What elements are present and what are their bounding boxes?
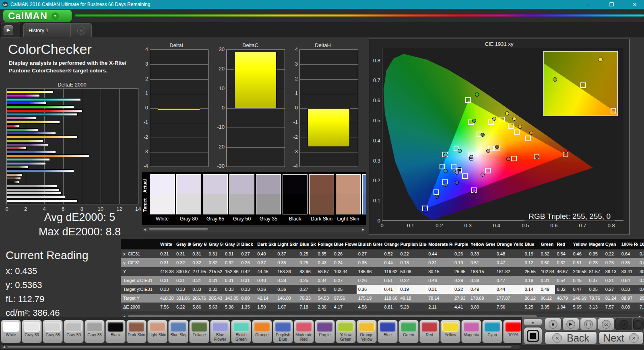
deltae-bar xyxy=(7,200,78,202)
workflow-expand-button[interactable]: ▶ xyxy=(1,23,20,37)
patch-button-gray-35[interactable]: Gray 35 xyxy=(85,320,105,343)
table-cell: 0.32 xyxy=(555,260,571,265)
logo-menu-chevron-down-icon[interactable]: ▼ xyxy=(52,12,59,20)
deltae-bar xyxy=(7,181,19,183)
table-cell: 4.41 xyxy=(453,305,469,309)
table-cell: 49.18 xyxy=(398,296,427,301)
scroll-left-icon[interactable]: ◀ xyxy=(142,227,147,231)
table-cell: 26.12 xyxy=(523,296,539,301)
stop-button[interactable]: ■ xyxy=(545,318,561,330)
patch-button-yellow-green[interactable]: Yellow Green xyxy=(336,320,356,343)
calman-logo[interactable]: CalMAN ▼ xyxy=(3,10,72,22)
patch-button-purplish-blue[interactable]: Purplish Blue xyxy=(273,320,293,343)
table-cell: 146.00 xyxy=(276,296,298,301)
gridline xyxy=(300,152,358,152)
minimize-icon[interactable]: – xyxy=(582,2,594,8)
patch-button-moderate-red[interactable]: Moderate Red xyxy=(294,320,314,343)
actual-color xyxy=(363,175,366,194)
delta-y-tick: -1 xyxy=(138,119,148,125)
patch-button-gray-50[interactable]: Gray 50 xyxy=(64,320,84,343)
table-cell: 0.25 xyxy=(587,287,603,292)
patch-button-foliage[interactable]: Foliage xyxy=(189,320,209,343)
patch-button-magenta[interactable]: Magenta xyxy=(461,320,481,343)
continuous-button[interactable]: ∞ xyxy=(598,318,615,330)
scrollbar-thumb[interactable] xyxy=(7,346,512,348)
patch-button-red[interactable]: Red xyxy=(419,320,440,343)
patch-bar-scrollbar[interactable]: ◀ xyxy=(1,344,520,350)
scrollbar-thumb[interactable] xyxy=(148,228,208,231)
delta-y-tick: 10 xyxy=(211,85,225,91)
inset-target-square xyxy=(580,82,586,88)
target-square xyxy=(485,168,491,173)
back-button[interactable]: « Back xyxy=(545,331,597,344)
close-icon[interactable]: ✕ xyxy=(629,2,641,8)
patch-button-bluish-green[interactable]: Bluish Green xyxy=(231,320,251,343)
next-button[interactable]: Next » xyxy=(599,331,644,344)
measure-mode-button[interactable] xyxy=(524,327,542,345)
table-cell: 86.13 xyxy=(604,269,620,274)
play-button[interactable]: ▶ xyxy=(562,318,579,330)
title-bar: CM CalMAN 2016 CalMAN Ultimate for Busin… xyxy=(0,0,644,9)
table-cell: 175.19 xyxy=(357,296,383,301)
row-label: Target y:CIE31 xyxy=(121,287,159,292)
table-cell: 0.47 xyxy=(495,278,523,283)
table-cell: 3.13 xyxy=(587,305,603,309)
table-cell: 0.14 xyxy=(523,285,539,294)
table-cell: 0.32 xyxy=(539,251,555,256)
restore-icon[interactable]: ❐ xyxy=(605,2,617,8)
table-cell: 0.35 xyxy=(620,260,638,265)
patch-color-chip xyxy=(442,322,458,332)
panel-collapse-button[interactable]: ▲ xyxy=(524,318,542,326)
patch-button-yellow[interactable]: Yellow xyxy=(440,320,460,343)
table-cell: 7.56 xyxy=(159,305,175,309)
patch-button-green[interactable]: Green xyxy=(398,320,419,343)
table-cell: 6.22 xyxy=(175,305,191,309)
deltae-bar xyxy=(7,124,19,127)
target-color xyxy=(203,194,227,214)
extra-mode-button[interactable] xyxy=(633,318,644,330)
patch-button-100-[interactable]: 100% xyxy=(503,320,522,343)
table-cell: 143.05 xyxy=(223,296,239,301)
patch-color-chip xyxy=(212,322,228,332)
swatch-strip-scrollbar[interactable]: ◀ ▶ xyxy=(142,226,366,232)
delta-y-tick: -2 xyxy=(138,134,148,140)
table-cell: 205.43 xyxy=(207,296,223,301)
scroll-left-icon[interactable]: ◀ xyxy=(2,345,6,349)
table-cell: 246.69 xyxy=(571,296,587,301)
patch-color-chip xyxy=(296,322,312,332)
series-button[interactable]: [··] xyxy=(580,318,597,330)
patch-button-gray-80[interactable]: Gray 80 xyxy=(22,320,42,343)
table-row: ΔE 20007.566.225.865.635.381.351.501.677… xyxy=(121,303,644,311)
delta-chart-title: DeltaC xyxy=(215,42,286,48)
scroll-right-icon[interactable]: ▶ xyxy=(361,227,365,231)
patch-button-black[interactable]: Black xyxy=(105,320,126,343)
patch-color-chip xyxy=(107,322,124,332)
swatch-label: Black xyxy=(283,216,308,222)
delta-y-tick: -20 xyxy=(211,144,225,150)
swatch-black: Black xyxy=(283,174,308,222)
patch-button-orange-yellow[interactable]: Orange Yellow xyxy=(357,320,377,343)
patch-button-blue[interactable]: Blue xyxy=(378,320,398,343)
refresh-button[interactable]: ⟳ xyxy=(615,318,632,330)
patch-button-blue-sky[interactable]: Blue Sky xyxy=(168,320,188,343)
patch-button-label: Foliage xyxy=(193,333,206,337)
target-color xyxy=(283,194,307,214)
deltac-chart xyxy=(226,49,285,167)
patch-button-white[interactable]: White xyxy=(1,320,21,343)
patch-button-orange[interactable]: Orange xyxy=(252,320,272,343)
patch-button-purple[interactable]: Purple xyxy=(315,320,335,343)
cie-y-tick: 0.8 xyxy=(370,58,380,64)
tab-history-1[interactable]: History 1 xyxy=(23,23,71,37)
patch-button-blue-flower[interactable]: Blue Flower xyxy=(210,320,230,343)
patch-color-chip xyxy=(191,322,207,332)
patch-button-light-skin[interactable]: Light Skin xyxy=(147,320,167,343)
target-square xyxy=(511,156,517,161)
table-cell: 0.34 xyxy=(316,278,332,283)
patch-button-gray-65[interactable]: Gray 65 xyxy=(43,320,63,343)
table-cell: 0.31 xyxy=(207,278,223,283)
tab-add-button[interactable]: + xyxy=(71,23,92,37)
delta-y-tick: 0 xyxy=(138,105,148,111)
table-cell: 0.48 xyxy=(495,251,523,256)
patch-button-cyan[interactable]: Cyan xyxy=(482,320,502,343)
patch-button-dark-skin[interactable]: Dark Skin xyxy=(126,320,147,343)
